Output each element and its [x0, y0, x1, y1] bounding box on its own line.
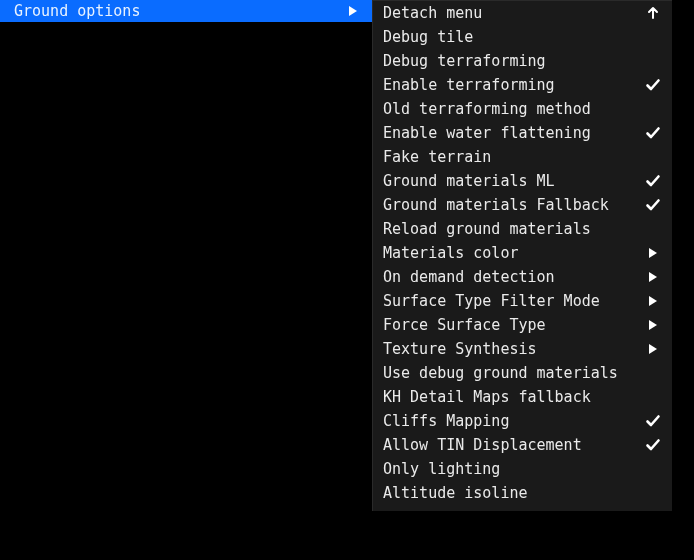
submenu-item[interactable]: Only lighting	[373, 457, 672, 481]
submenu-item[interactable]: Allow TIN Displacement	[373, 433, 672, 457]
check-icon	[644, 76, 662, 94]
submenu-item[interactable]: Cliffs Mapping	[373, 409, 672, 433]
no-icon	[644, 148, 662, 166]
submenu-item-label: Debug tile	[383, 27, 473, 47]
submenu-item[interactable]: Force Surface Type	[373, 313, 672, 337]
submenu-item-label: Use debug ground materials	[383, 363, 618, 383]
check-icon	[644, 124, 662, 142]
submenu-item[interactable]: Ground materials Fallback	[373, 193, 672, 217]
check-icon	[644, 172, 662, 190]
submenu-item[interactable]: Reload ground materials	[373, 217, 672, 241]
submenu-item[interactable]: Debug tile	[373, 25, 672, 49]
check-icon	[644, 196, 662, 214]
submenu: Detach menuDebug tileDebug terraformingE…	[372, 0, 672, 511]
check-icon	[644, 412, 662, 430]
no-icon	[644, 364, 662, 382]
submenu-item[interactable]: Materials color	[373, 241, 672, 265]
submenu-item[interactable]: Altitude isoline	[373, 481, 672, 505]
submenu-item-label: Old terraforming method	[383, 99, 591, 119]
submenu-icon	[644, 268, 662, 286]
submenu-item-label: Allow TIN Displacement	[383, 435, 582, 455]
submenu-icon	[644, 292, 662, 310]
submenu-item[interactable]: Texture Synthesis	[373, 337, 672, 361]
submenu-item[interactable]: Old terraforming method	[373, 97, 672, 121]
submenu-item-label: Force Surface Type	[383, 315, 546, 335]
submenu-item[interactable]: Ground materials ML	[373, 169, 672, 193]
no-icon	[644, 460, 662, 478]
menu-item-label: Ground options	[14, 2, 140, 20]
submenu-item-label: Materials color	[383, 243, 518, 263]
no-icon	[644, 52, 662, 70]
submenu-item-label: Only lighting	[383, 459, 500, 479]
check-icon	[644, 436, 662, 454]
submenu-icon	[644, 340, 662, 358]
no-icon	[644, 28, 662, 46]
no-icon	[644, 388, 662, 406]
submenu-icon	[344, 2, 362, 20]
main-menu: Ground options	[0, 0, 372, 22]
submenu-item[interactable]: Fake terrain	[373, 145, 672, 169]
submenu-icon	[644, 244, 662, 262]
submenu-item-label: Debug terraforming	[383, 51, 546, 71]
submenu-item-label: Ground materials ML	[383, 171, 555, 191]
no-icon	[644, 100, 662, 118]
menu-item-ground-options[interactable]: Ground options	[0, 0, 372, 22]
no-icon	[644, 220, 662, 238]
submenu-item-label: Altitude isoline	[383, 483, 528, 503]
submenu-item-label: Ground materials Fallback	[383, 195, 609, 215]
submenu-item-label: KH Detail Maps fallback	[383, 387, 591, 407]
submenu-item[interactable]: On demand detection	[373, 265, 672, 289]
submenu-item-label: Reload ground materials	[383, 219, 591, 239]
submenu-item[interactable]: KH Detail Maps fallback	[373, 385, 672, 409]
submenu-item-label: Fake terrain	[383, 147, 491, 167]
submenu-item-label: Enable water flattening	[383, 123, 591, 143]
submenu-item[interactable]: Enable water flattening	[373, 121, 672, 145]
submenu-item[interactable]: Enable terraforming	[373, 73, 672, 97]
submenu-item[interactable]: Surface Type Filter Mode	[373, 289, 672, 313]
submenu-item-label: Surface Type Filter Mode	[383, 291, 600, 311]
submenu-item-label: Enable terraforming	[383, 75, 555, 95]
submenu-item[interactable]: Detach menu	[373, 1, 672, 25]
detach-icon	[644, 4, 662, 22]
submenu-item-label: On demand detection	[383, 267, 555, 287]
submenu-icon	[644, 316, 662, 334]
submenu-item[interactable]: Use debug ground materials	[373, 361, 672, 385]
submenu-item[interactable]: Debug terraforming	[373, 49, 672, 73]
submenu-item-label: Cliffs Mapping	[383, 411, 509, 431]
submenu-item-label: Texture Synthesis	[383, 339, 537, 359]
submenu-item-label: Detach menu	[383, 3, 482, 23]
no-icon	[644, 484, 662, 502]
